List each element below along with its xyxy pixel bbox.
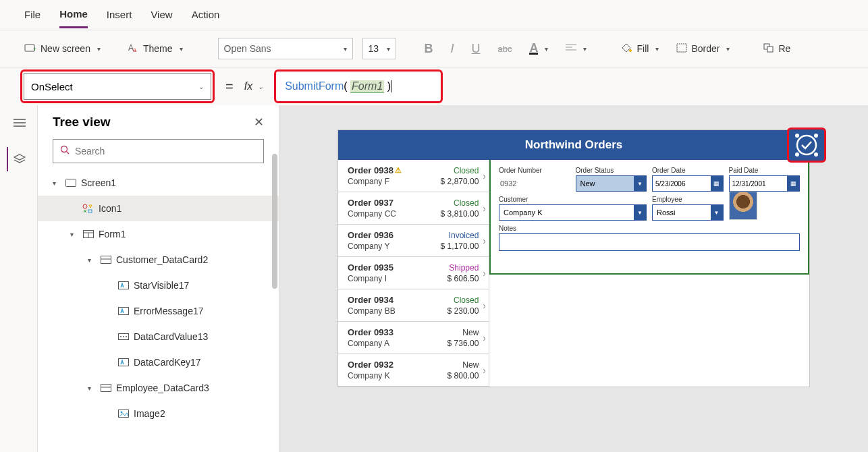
expand-toggle-icon[interactable]: ▾ <box>88 256 96 264</box>
menu-file[interactable]: File <box>24 2 40 27</box>
tree-search-box[interactable] <box>53 139 264 163</box>
order-amount: $ 800.00 <box>447 371 479 380</box>
menu-action[interactable]: Action <box>192 2 220 27</box>
warning-icon: ⚠ <box>395 166 402 175</box>
field-order-date: Order Date 5/23/2006 ▦ <box>652 167 724 192</box>
order-number: Order 0935 <box>348 262 394 273</box>
tree-view-tab[interactable] <box>7 147 31 171</box>
order-list-item[interactable]: Order 0937 Company CC Closed $ 3,810.00 … <box>338 192 489 225</box>
bold-button[interactable]: B <box>421 39 437 59</box>
close-panel-button[interactable]: ✕ <box>254 115 264 130</box>
menu-view[interactable]: View <box>151 2 172 27</box>
customer-label: Customer <box>499 196 647 203</box>
expand-toggle-icon[interactable]: ▾ <box>53 179 61 187</box>
formula-input[interactable]: SubmitForm( Form1 ) <box>277 73 439 100</box>
strike-button[interactable]: abc <box>494 41 516 57</box>
paid-date-picker[interactable]: 12/31/2001 ▦ <box>729 175 801 192</box>
theme-label: Theme <box>143 43 173 54</box>
tree-item[interactable]: Icon1 <box>38 196 279 221</box>
employee-image <box>729 192 757 220</box>
order-status-combo[interactable]: New ▼ <box>576 175 647 192</box>
field-employee-image <box>729 196 801 221</box>
order-list-item[interactable]: Order 0933 Company A New $ 736.00 › <box>338 322 489 354</box>
font-name-select[interactable]: Open Sans ▾ <box>218 38 353 59</box>
fill-label: Fill <box>636 43 649 54</box>
formula-bar: OnSelect ⌄ = fx ⌄ SubmitForm( Form1 ) <box>0 67 868 105</box>
order-company: Company A <box>348 339 394 348</box>
expand-toggle-icon[interactable]: ▾ <box>88 385 96 392</box>
order-list-item[interactable]: Order 0932 Company K New $ 800.00 › <box>338 354 489 387</box>
scrollbar-thumb[interactable] <box>272 154 277 289</box>
chevron-right-icon: › <box>483 300 486 311</box>
notes-input[interactable] <box>499 233 800 251</box>
italic-button[interactable]: I <box>447 39 458 59</box>
menu-home[interactable]: Home <box>59 1 88 28</box>
formula-argument: Form1 <box>350 80 384 93</box>
screen-icon <box>65 179 77 187</box>
equals-sign: = <box>225 79 234 94</box>
tree-item-label: Employee_DataCard3 <box>116 383 209 393</box>
employee-combo[interactable]: Rossi ▼ <box>652 204 724 221</box>
customer-combo[interactable]: Company K ▼ <box>499 204 647 221</box>
hamburger-button[interactable] <box>7 111 31 135</box>
screen-plus-icon: + <box>24 43 36 55</box>
field-order-status: Order Status New ▼ <box>576 167 647 192</box>
tree-item[interactable]: ▾ Customer_DataCard2 <box>38 247 279 273</box>
order-list-item[interactable]: Order 0935 Company I Shipped $ 606.50 › <box>338 257 489 289</box>
border-button[interactable]: Border ▾ <box>672 40 734 57</box>
order-list-item[interactable]: Order 0938⚠ Company F Closed $ 2,870.00 … <box>338 160 489 192</box>
save-icon-selection[interactable] <box>787 128 826 163</box>
tree-item[interactable]: ▾ Screen1 <box>38 170 279 196</box>
svg-rect-25 <box>119 308 129 315</box>
employee-label: Employee <box>652 196 724 203</box>
order-status-label: Order Status <box>576 167 647 174</box>
order-amount: $ 2,870.00 <box>441 177 479 186</box>
new-screen-button[interactable]: + New screen ▾ <box>20 40 105 57</box>
order-number-label: Order Number <box>499 167 570 174</box>
chevron-down-icon: ▾ <box>344 45 347 53</box>
tree-item[interactable]: ▾ Employee_DataCard3 <box>38 375 279 401</box>
expand-toggle-icon[interactable]: ▾ <box>70 231 78 238</box>
main-area: Tree view ✕ ▾ Screen1 Icon1▾ Form1▾ Cust… <box>0 105 868 452</box>
order-amount: $ 736.00 <box>447 339 479 348</box>
tree-item[interactable]: ▾ Form1 <box>38 221 279 247</box>
formula-function: SubmitForm <box>285 80 344 92</box>
svg-point-39 <box>814 152 818 157</box>
canvas[interactable]: Northwind Orders Order 0938⚠ Company F C… <box>279 105 868 452</box>
field-paid-date: Paid Date 12/31/2001 ▦ <box>729 167 801 192</box>
property-dropdown[interactable]: OnSelect ⌄ <box>24 73 211 100</box>
tree-item[interactable]: DataCardKey17 <box>38 349 279 375</box>
field-notes: Notes <box>499 225 800 251</box>
svg-point-36 <box>795 134 799 138</box>
iconset-icon <box>82 204 94 213</box>
tree-search-input[interactable] <box>75 146 256 157</box>
order-gallery[interactable]: Order 0938⚠ Company F Closed $ 2,870.00 … <box>338 160 489 387</box>
fx-button[interactable]: fx ⌄ <box>244 80 263 92</box>
menu-insert[interactable]: Insert <box>107 2 132 27</box>
order-date-picker[interactable]: 5/23/2006 ▦ <box>652 175 724 192</box>
card-icon <box>100 384 112 392</box>
order-status: Closed <box>454 198 479 208</box>
notes-label: Notes <box>499 225 800 232</box>
tree-item[interactable]: StarVisible17 <box>38 273 279 298</box>
fx-icon: fx <box>244 80 252 92</box>
reorder-button[interactable]: Re <box>759 40 794 57</box>
app-title: Northwind Orders <box>525 138 623 152</box>
tree-item[interactable]: Image2 <box>38 401 279 426</box>
underline-button[interactable]: U <box>468 39 485 59</box>
order-company: Company F <box>348 177 402 186</box>
font-color-button[interactable]: A ▾ <box>525 40 552 57</box>
tree-item[interactable]: DataCardValue13 <box>38 324 279 349</box>
order-list-item[interactable]: Order 0934 Company BB Closed $ 230.00 › <box>338 289 489 322</box>
fill-button[interactable]: Fill ▾ <box>616 40 663 58</box>
form-icon <box>82 230 94 238</box>
svg-point-27 <box>120 336 121 337</box>
order-status: Closed <box>454 166 479 175</box>
svg-point-17 <box>83 204 87 208</box>
align-button[interactable]: ▾ <box>562 40 591 57</box>
font-size-select[interactable]: 13 ▾ <box>362 38 396 59</box>
order-list-item[interactable]: Order 0936 Company Y Invoiced $ 1,170.00… <box>338 225 489 257</box>
theme-button[interactable]: Aa Theme ▾ <box>124 40 187 57</box>
order-number: Order 0932 <box>348 360 394 370</box>
tree-item[interactable]: ErrorMessage17 <box>38 298 279 324</box>
